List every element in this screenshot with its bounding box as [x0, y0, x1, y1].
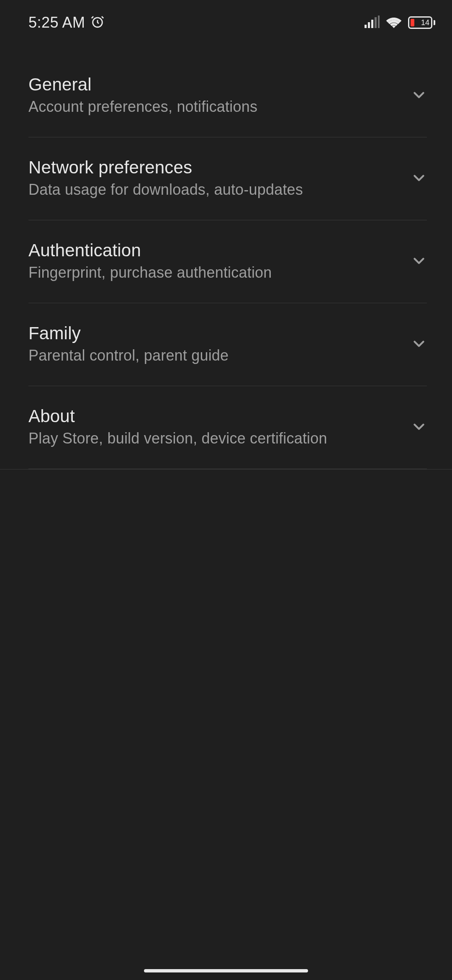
chevron-down-icon	[410, 252, 428, 270]
settings-item-subtitle: Play Store, build version, device certif…	[28, 430, 402, 447]
svg-rect-3	[371, 20, 373, 28]
settings-item-family[interactable]: Family Parental control, parent guide	[0, 303, 452, 386]
svg-rect-5	[378, 15, 380, 28]
chevron-down-icon	[410, 418, 428, 436]
settings-item-text: Network preferences Data usage for downl…	[28, 157, 402, 199]
svg-rect-1	[365, 25, 367, 28]
battery-percentage: 14	[421, 18, 429, 27]
settings-item-text: About Play Store, build version, device …	[28, 406, 402, 447]
cellular-signal-icon	[365, 15, 380, 30]
settings-item-about[interactable]: About Play Store, build version, device …	[0, 386, 452, 469]
settings-item-general[interactable]: General Account preferences, notificatio…	[0, 54, 452, 137]
settings-item-text: Authentication Fingerprint, purchase aut…	[28, 240, 402, 281]
settings-item-subtitle: Fingerprint, purchase authentication	[28, 264, 402, 281]
chevron-down-icon	[410, 169, 428, 187]
settings-item-title: Authentication	[28, 240, 402, 260]
alarm-icon	[90, 15, 105, 31]
settings-item-title: Network preferences	[28, 157, 402, 178]
settings-item-title: Family	[28, 323, 402, 343]
battery-indicator: 14	[408, 16, 435, 29]
svg-rect-4	[375, 17, 377, 28]
home-indicator[interactable]	[144, 969, 308, 972]
status-left: 5:25 AM	[28, 14, 105, 31]
chevron-down-icon	[410, 335, 428, 353]
status-bar: 5:25 AM	[0, 0, 452, 34]
settings-item-title: About	[28, 406, 402, 426]
settings-item-title: General	[28, 75, 402, 95]
settings-item-text: General Account preferences, notificatio…	[28, 75, 402, 116]
settings-item-authentication[interactable]: Authentication Fingerprint, purchase aut…	[0, 220, 452, 303]
settings-item-subtitle: Parental control, parent guide	[28, 347, 402, 364]
settings-item-network[interactable]: Network preferences Data usage for downl…	[0, 137, 452, 220]
settings-item-text: Family Parental control, parent guide	[28, 323, 402, 364]
status-time: 5:25 AM	[28, 14, 85, 31]
svg-rect-2	[368, 22, 370, 28]
chevron-down-icon	[410, 86, 428, 104]
settings-list: General Account preferences, notificatio…	[0, 34, 452, 469]
settings-item-subtitle: Data usage for downloads, auto-updates	[28, 181, 402, 199]
status-right: 14	[365, 15, 435, 30]
wifi-icon	[385, 15, 402, 30]
settings-item-subtitle: Account preferences, notifications	[28, 98, 402, 116]
battery-fill	[411, 19, 414, 26]
